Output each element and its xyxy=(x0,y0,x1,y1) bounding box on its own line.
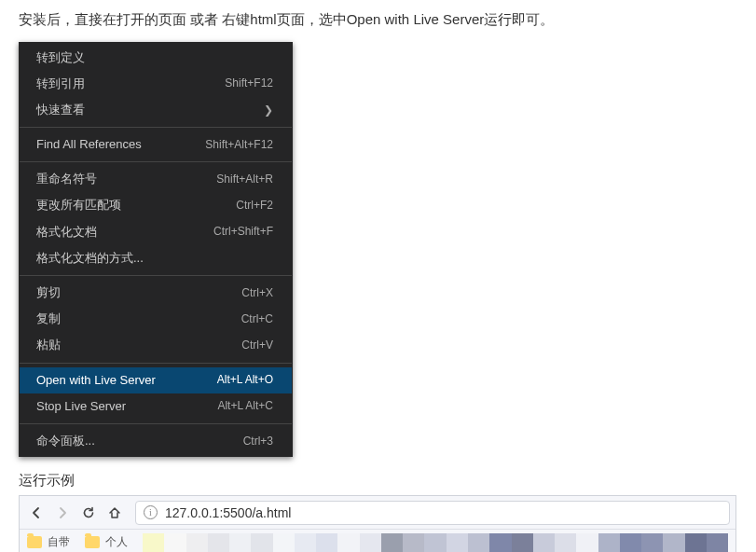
blur-block xyxy=(620,533,641,552)
chevron-right-icon: ❯ xyxy=(264,103,273,118)
blur-block xyxy=(273,533,295,552)
blurred-region xyxy=(143,533,728,552)
menu-item[interactable]: 命令面板...Ctrl+3 xyxy=(20,428,292,454)
blur-block xyxy=(512,533,533,552)
menu-item[interactable]: 转到引用Shift+F12 xyxy=(20,71,292,97)
menu-item-label: 粘贴 xyxy=(36,337,61,353)
reload-button[interactable] xyxy=(77,502,100,524)
menu-item-shortcut: Ctrl+3 xyxy=(243,434,273,449)
menu-item-label: 快速查看 xyxy=(36,102,85,118)
blur-block xyxy=(229,533,251,552)
menu-item-shortcut: Ctrl+V xyxy=(241,338,273,353)
forward-button[interactable] xyxy=(51,502,74,524)
menu-item-shortcut: Ctrl+C xyxy=(241,311,273,327)
menu-item-label: 格式化文档 xyxy=(36,224,97,241)
example-title: 运行示例 xyxy=(19,472,737,490)
menu-item-label: 剪切 xyxy=(36,284,61,301)
folder-icon[interactable] xyxy=(85,536,100,548)
home-button[interactable] xyxy=(103,502,126,524)
site-info-icon[interactable]: i xyxy=(144,505,158,519)
blur-block xyxy=(143,533,164,552)
menu-item[interactable]: 格式化文档Ctrl+Shift+F xyxy=(20,219,292,245)
blur-block xyxy=(424,533,446,552)
blur-block xyxy=(447,533,468,552)
menu-item-shortcut: Ctrl+X xyxy=(241,285,273,301)
menu-separator xyxy=(20,161,292,162)
blur-block xyxy=(381,533,403,552)
bookmark-item[interactable]: 个人 xyxy=(105,534,128,550)
blur-block xyxy=(164,533,186,552)
blur-block xyxy=(685,533,707,552)
menu-item[interactable]: 转到定义 xyxy=(20,45,292,71)
menu-item-shortcut: Ctrl+F2 xyxy=(236,198,273,214)
blur-block xyxy=(576,533,598,552)
menu-item[interactable]: Open with Live ServerAlt+L Alt+O xyxy=(20,367,292,393)
blur-block xyxy=(295,533,316,552)
back-button[interactable] xyxy=(25,502,48,524)
menu-item-shortcut: Alt+L Alt+O xyxy=(217,372,273,388)
blur-block xyxy=(555,533,576,552)
browser-window: i 127.0.0.1:5500/a.html 自带 个人 123 xyxy=(19,495,736,552)
menu-item-label: Find All References xyxy=(36,136,142,153)
menu-item-shortcut: Alt+L Alt+C xyxy=(217,398,273,414)
blur-block xyxy=(598,533,620,552)
blur-block xyxy=(641,533,663,552)
bookmark-item[interactable]: 自带 xyxy=(48,534,70,550)
menu-item-label: Open with Live Server xyxy=(36,372,156,389)
menu-separator xyxy=(20,423,292,424)
menu-item[interactable]: 更改所有匹配项Ctrl+F2 xyxy=(20,192,292,218)
blur-block xyxy=(316,533,337,552)
menu-separator xyxy=(20,127,292,128)
menu-item[interactable]: Find All ReferencesShift+Alt+F12 xyxy=(20,131,292,158)
menu-item[interactable]: 重命名符号Shift+Alt+R xyxy=(20,166,292,192)
menu-item-shortcut: Shift+F12 xyxy=(225,76,273,91)
blur-block xyxy=(186,533,208,552)
menu-item-label: 复制 xyxy=(36,310,61,327)
blur-block xyxy=(468,533,489,552)
menu-item[interactable]: 快速查看❯ xyxy=(20,97,292,123)
blur-block xyxy=(208,533,229,552)
menu-item-label: 格式化文档的方式... xyxy=(36,250,144,267)
menu-item[interactable]: 格式化文档的方式... xyxy=(20,245,292,271)
menu-separator xyxy=(20,275,292,276)
menu-item-label: 更改所有匹配项 xyxy=(36,197,121,214)
blur-block xyxy=(360,533,381,552)
menu-item-shortcut: Shift+Alt+F12 xyxy=(205,137,273,153)
menu-separator xyxy=(20,363,292,364)
menu-item-label: 命令面板... xyxy=(36,433,95,449)
url-text: 127.0.0.1:5500/a.html xyxy=(165,505,291,520)
context-menu: 转到定义转到引用Shift+F12快速查看❯Find All Reference… xyxy=(19,42,293,458)
folder-icon[interactable] xyxy=(27,536,42,548)
menu-item[interactable]: 剪切Ctrl+X xyxy=(20,280,292,306)
menu-item-shortcut: Shift+Alt+R xyxy=(216,172,273,187)
blur-block xyxy=(533,533,555,552)
blur-block xyxy=(251,533,272,552)
menu-item[interactable]: Stop Live ServerAlt+L Alt+C xyxy=(20,393,292,420)
menu-item-label: 转到引用 xyxy=(36,76,85,92)
menu-item[interactable]: 粘贴Ctrl+V xyxy=(20,332,292,358)
menu-item-label: 重命名符号 xyxy=(36,171,97,187)
menu-item-shortcut: Ctrl+Shift+F xyxy=(213,224,273,240)
browser-toolbar: i 127.0.0.1:5500/a.html xyxy=(20,496,735,530)
menu-item-label: 转到定义 xyxy=(36,49,85,66)
menu-item-label: Stop Live Server xyxy=(36,398,126,415)
blur-block xyxy=(337,533,359,552)
blur-block xyxy=(403,533,424,552)
menu-item[interactable]: 复制Ctrl+C xyxy=(20,306,292,332)
blur-block xyxy=(707,533,728,552)
blur-block xyxy=(663,533,684,552)
address-bar[interactable]: i 127.0.0.1:5500/a.html xyxy=(135,501,730,525)
bookmarks-bar: 自带 个人 xyxy=(20,530,735,552)
blur-block xyxy=(489,533,511,552)
instruction-text: 安装后，直接在打开的页面 或者 右键html页面，选中Open with Liv… xyxy=(19,9,737,31)
